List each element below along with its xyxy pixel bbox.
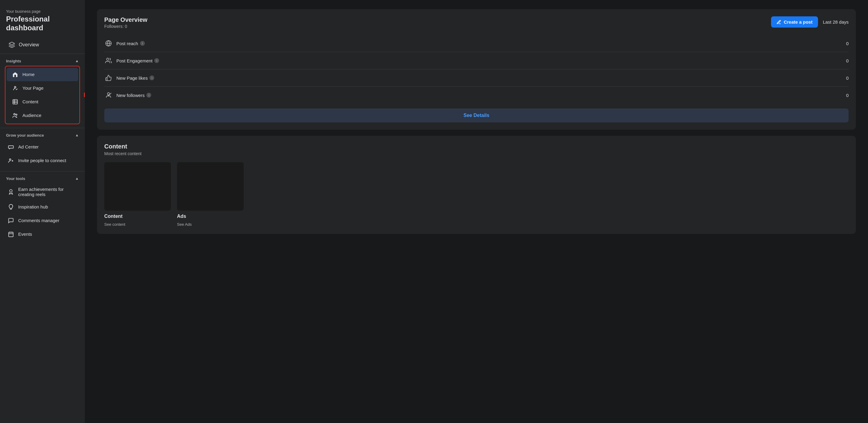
content-subtitle: Most recent content <box>104 151 848 156</box>
post-reach-name: Post reach i <box>116 41 145 46</box>
grow-label: Grow your audience <box>6 133 44 137</box>
svg-rect-3 <box>13 99 18 104</box>
insights-label: Insights <box>6 59 21 63</box>
sidebar-item-your-page[interactable]: Your Page <box>7 82 78 95</box>
sidebar-title: Professional dashboard <box>6 15 80 32</box>
post-reach-value: 0 <box>846 41 848 46</box>
svg-point-14 <box>10 189 12 192</box>
new-page-likes-icon <box>104 74 113 82</box>
sidebar-item-overview[interactable]: Overview <box>2 38 83 51</box>
sidebar-item-invite-people[interactable]: Invite people to connect <box>2 154 83 167</box>
sidebar-item-content[interactable]: Content <box>7 95 78 108</box>
sidebar-item-ad-center[interactable]: Ad Center <box>2 140 83 154</box>
sidebar-item-inspiration-hub[interactable]: Inspiration hub <box>2 200 83 214</box>
new-followers-name: New followers i <box>116 93 151 98</box>
new-page-likes-info-icon[interactable]: i <box>149 75 154 80</box>
tools-chevron: ▲ <box>75 176 79 181</box>
invite-people-icon <box>7 157 14 164</box>
new-followers-info-icon[interactable]: i <box>146 93 151 98</box>
metric-post-engagement-left: Post Engagement i <box>104 56 159 65</box>
sidebar-item-home-label: Home <box>23 72 35 77</box>
grow-chevron: ▲ <box>75 133 79 137</box>
svg-marker-0 <box>9 42 14 44</box>
metric-new-followers-left: New followers i <box>104 91 151 99</box>
see-details-button[interactable]: See Details <box>104 108 848 122</box>
metric-post-engagement: Post Engagement i 0 <box>104 52 848 69</box>
svg-rect-1 <box>14 74 16 77</box>
content-nav-icon <box>11 98 19 105</box>
sidebar-item-earn-achievements-label: Earn achievements for creating reels <box>18 187 78 197</box>
page-overview-card: Page Overview Followers: 0 Create a post… <box>97 9 856 130</box>
new-followers-value: 0 <box>846 93 848 98</box>
sidebar-header: Your business page Professional dashboar… <box>0 6 85 38</box>
divider-1 <box>0 54 85 54</box>
metric-post-reach: Post reach i 0 <box>104 35 848 52</box>
svg-point-7 <box>13 113 15 115</box>
inspiration-hub-icon <box>7 203 14 210</box>
post-engagement-info-icon[interactable]: i <box>154 58 159 63</box>
tools-section-header: Your tools ▲ <box>0 174 85 182</box>
new-page-likes-name: New Page likes i <box>116 75 154 80</box>
create-post-label: Create a post <box>784 20 812 25</box>
metrics-list: Post reach i 0 <box>104 35 848 104</box>
sidebar-item-audience-label: Audience <box>23 113 41 118</box>
page-overview-subtitle: Followers: 0 <box>104 24 147 29</box>
divider-3 <box>0 171 85 171</box>
sidebar-item-home[interactable]: Home <box>7 68 78 81</box>
audience-icon <box>11 112 19 119</box>
earn-achievements-icon <box>7 188 14 195</box>
ads-thumbnail-label: Ads <box>177 214 244 219</box>
svg-point-11 <box>9 159 11 160</box>
page-overview-header: Page Overview Followers: 0 Create a post… <box>104 17 848 29</box>
svg-rect-16 <box>9 232 13 237</box>
content-thumbnails: Content See content Ads See Ads <box>104 162 848 227</box>
grow-section-header: Grow your audience ▲ <box>0 131 85 139</box>
create-post-icon <box>776 20 781 25</box>
sidebar-item-audience[interactable]: Audience <box>7 109 78 122</box>
create-post-button[interactable]: Create a post <box>771 17 818 28</box>
ads-thumbnail-item[interactable]: Ads See Ads <box>177 162 244 227</box>
content-thumbnail-box <box>104 162 171 210</box>
metric-new-page-likes-left: New Page likes i <box>104 74 154 82</box>
new-followers-icon <box>104 91 113 99</box>
metric-new-followers: New followers i 0 <box>104 87 848 104</box>
tools-label: Your tools <box>6 176 25 181</box>
sidebar-item-events[interactable]: Events <box>2 228 83 241</box>
sidebar-item-invite-people-label: Invite people to connect <box>18 158 66 163</box>
sidebar-item-overview-label: Overview <box>19 42 39 47</box>
content-card: Content Most recent content Content See … <box>97 136 856 234</box>
content-title: Content <box>104 143 848 150</box>
grow-group: Ad Center Invite people to connect <box>0 140 85 168</box>
insights-chevron: ▲ <box>75 59 79 63</box>
your-page-icon <box>11 85 19 92</box>
content-thumbnail-item[interactable]: Content See content <box>104 162 171 227</box>
sidebar-item-content-label: Content <box>23 99 38 104</box>
post-engagement-name: Post Engagement i <box>116 58 159 63</box>
sidebar-item-comments-manager-label: Comments manager <box>18 218 59 223</box>
ads-thumbnail-sublabel: See Ads <box>177 222 244 227</box>
ads-thumbnail-box <box>177 162 244 210</box>
content-thumbnail-sublabel: See content <box>104 222 171 227</box>
home-icon <box>11 71 19 78</box>
insights-group: Home Your Page <box>5 66 80 124</box>
sidebar-item-events-label: Events <box>18 231 32 237</box>
sidebar-item-ad-center-label: Ad Center <box>18 144 39 150</box>
header-right: Create a post Last 28 days <box>771 17 848 28</box>
svg-point-22 <box>107 58 109 60</box>
metric-new-page-likes: New Page likes i 0 <box>104 69 848 87</box>
insights-section-header: Insights ▲ <box>0 56 85 65</box>
sidebar: Your business page Professional dashboar… <box>0 0 85 423</box>
sidebar-item-comments-manager[interactable]: Comments manager <box>2 214 83 227</box>
content-thumbnail-label: Content <box>104 214 171 219</box>
events-icon <box>7 231 14 238</box>
post-engagement-icon <box>104 56 113 65</box>
sidebar-item-your-page-label: Your Page <box>23 86 44 91</box>
overview-icon <box>8 41 15 48</box>
ad-center-icon <box>7 143 14 151</box>
post-reach-info-icon[interactable]: i <box>140 41 145 46</box>
divider-2 <box>0 128 85 128</box>
sidebar-subtitle: Your business page <box>6 9 80 13</box>
sidebar-item-earn-achievements[interactable]: Earn achievements for creating reels <box>2 184 83 200</box>
new-page-likes-value: 0 <box>846 75 848 80</box>
sidebar-item-inspiration-hub-label: Inspiration hub <box>18 204 48 209</box>
